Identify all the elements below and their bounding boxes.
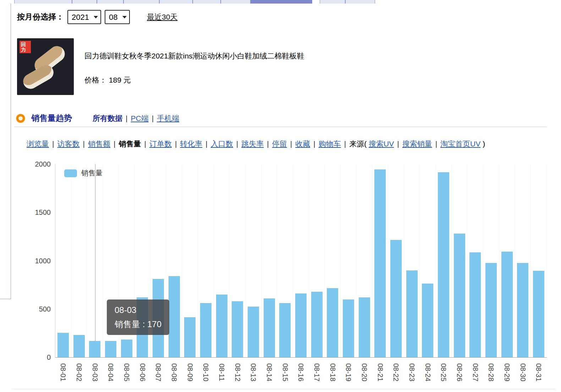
x-axis-slot: 08-28 [483,358,499,391]
metric-link[interactable]: 转化率 [180,140,202,148]
section-title: 销售量趋势 [31,113,72,124]
tooltip-category: 08-03 [115,303,161,317]
top-tabstrip [14,0,375,4]
separator: | [152,114,154,122]
top-tab[interactable] [123,0,159,4]
product-image[interactable]: 回力 [17,38,74,95]
chart-bar[interactable] [406,270,418,357]
tooltip-value-line: 销售量 : 170 [115,317,161,331]
top-tab[interactable] [193,0,221,4]
x-axis-slot: 08-18 [324,358,340,391]
chart-bar[interactable] [438,172,449,357]
chart-bar[interactable] [73,335,85,357]
month-controls: 按月份选择： 2021 08 最近30天 [17,10,177,24]
top-tab[interactable] [97,0,123,4]
month-select[interactable]: 08 [105,10,130,24]
chart-slot [309,164,325,357]
chart-bar[interactable] [359,297,370,357]
top-tab[interactable] [221,0,251,4]
chart-bar[interactable] [295,293,307,357]
scope-current[interactable]: 所有数据 [93,114,122,122]
separator: | [126,114,127,122]
chart-bar[interactable] [374,169,386,357]
chart-bar[interactable] [105,341,116,357]
scope-link[interactable]: PC端 [131,114,148,122]
bottom-divider [12,389,555,389]
metric-link[interactable]: 浏览量 [27,140,49,148]
x-axis-slot: 08-08 [166,358,182,391]
x-axis-label: 08-31 [534,363,543,381]
scope-link[interactable]: 手机端 [157,114,179,122]
x-axis-slot: 08-11 [214,358,230,391]
chart-bar[interactable] [469,252,481,357]
top-tab-selected[interactable] [251,0,312,4]
legend-swatch [64,169,77,177]
chart-bar[interactable] [169,276,180,357]
top-tab[interactable] [14,0,72,4]
x-axis-slot: 08-10 [198,358,214,391]
top-tab[interactable] [72,0,97,4]
chart-bar[interactable] [89,341,100,357]
x-axis-label: 08-25 [439,363,447,381]
price-unit: 元 [123,76,131,84]
chart-bar[interactable] [216,295,227,357]
chart-slot [372,164,388,357]
source-link[interactable]: 淘宝首页UV [440,140,480,148]
chart-bar[interactable] [121,340,132,357]
top-tab[interactable] [345,0,375,4]
metric-link[interactable]: 订单数 [149,140,172,148]
chart-bar[interactable] [517,263,528,357]
plot-area: 销售量 08-03 销售量 : 170 [55,164,547,358]
chart-bar[interactable] [200,303,211,357]
x-axis-label: 08-18 [328,363,336,381]
x-axis-slot: 08-14 [261,358,277,391]
y-axis-tick-label: 1500 [35,208,51,217]
x-axis-labels: 08-0108-0208-0308-0408-0508-0608-0708-08… [55,358,546,391]
year-select[interactable]: 2021 [67,10,101,24]
metric-link[interactable]: 入口数 [211,140,233,148]
legend-label: 销售量 [81,168,103,178]
chart-bar[interactable] [57,333,69,357]
chart-legend[interactable]: 销售量 [64,168,103,178]
metric-link[interactable]: 购物车 [319,140,341,148]
x-axis-slot: 08-19 [340,358,356,391]
year-select-wrap: 2021 [67,10,101,24]
metric-link[interactable]: 访客数 [57,140,79,148]
metric-link[interactable]: 收藏 [295,140,310,148]
chart-bar[interactable] [390,240,402,357]
source-link[interactable]: 搜索销量 [402,140,432,148]
metric-link[interactable]: 销售额 [88,140,110,148]
chart-bar[interactable] [184,317,196,357]
recent-30-days-link[interactable]: 最近30天 [147,12,177,22]
chart-bar[interactable] [343,299,354,358]
metric-current[interactable]: 销售量 [119,140,141,148]
chart-bar[interactable] [232,301,243,357]
chart-bar[interactable] [533,271,544,357]
chart-slot [230,164,246,357]
separator: | [435,140,437,148]
x-axis-label: 08-24 [423,363,431,381]
metric-link[interactable]: 跳失率 [241,140,264,148]
x-axis-label: 08-10 [202,363,210,381]
source-link[interactable]: 搜索UV [369,140,394,148]
y-axis-tick-label: 2000 [35,160,51,168]
chart-bar[interactable] [264,298,275,357]
top-tab[interactable] [320,0,345,4]
chart-bar[interactable] [485,263,497,357]
chart-bar[interactable] [327,288,338,357]
chart-bar[interactable] [248,307,259,357]
metric-link[interactable]: 停留 [272,140,287,148]
x-axis-label: 08-02 [75,363,83,381]
chart-slot [420,164,436,357]
chart-bar[interactable] [501,252,513,357]
chart-bar[interactable] [454,234,465,357]
x-axis-label: 08-13 [249,363,257,381]
month-select-wrap: 08 [105,10,130,24]
chart-slot [87,164,103,357]
chart-bar[interactable] [422,284,433,357]
y-axis-tick-label: 1000 [35,257,51,265]
top-tab[interactable] [159,0,193,4]
chart-bar[interactable] [311,292,323,357]
chart-bar[interactable] [279,303,291,357]
x-axis-slot: 08-23 [404,358,420,391]
